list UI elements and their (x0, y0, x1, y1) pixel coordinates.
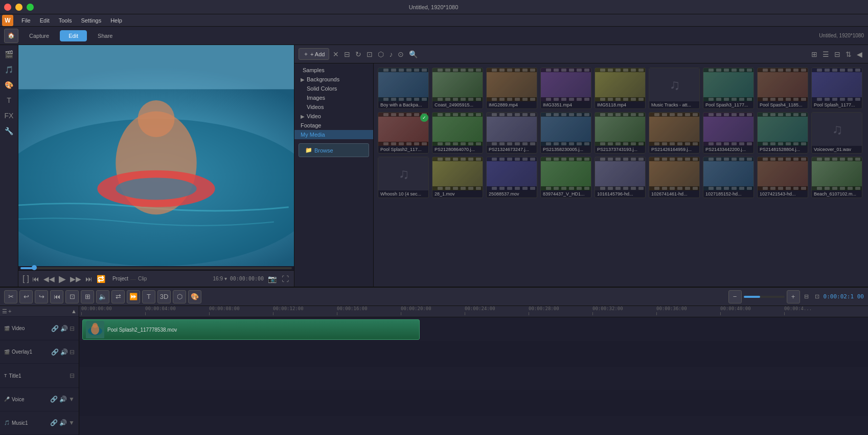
tl-cut-button[interactable]: ✂ (4, 290, 17, 303)
tab-capture[interactable]: Capture (20, 30, 58, 41)
zoom-slider[interactable] (744, 296, 785, 298)
media-item-13[interactable]: PS21358230005.j... (540, 112, 591, 154)
media-item-19[interactable]: ♫Whoosh 10 (4 sec... (378, 157, 429, 198)
media-item-27[interactable]: Beach_6107102.m... (811, 157, 862, 198)
voice-track-expand-icon[interactable]: ▼ (68, 396, 75, 403)
media-item-5[interactable]: IMG5118.mp4 (595, 68, 646, 109)
tl-skip-start-button[interactable]: ⏮ (50, 290, 63, 303)
play-button[interactable]: ▶ (58, 272, 67, 286)
minimize-button[interactable] (15, 4, 22, 11)
music-track-link-icon[interactable]: 🔗 (50, 419, 58, 426)
clip-mode-label[interactable]: Clip (138, 276, 147, 281)
color-icon[interactable]: ⊙ (396, 49, 405, 60)
media-item-22[interactable]: 83974437_V_HD1... (540, 157, 591, 198)
media-item-20[interactable]: 28_1.mov (432, 157, 483, 198)
tree-item-footage[interactable]: Footage (294, 121, 373, 130)
media-item-6[interactable]: ♫Music Tracks - att... (649, 68, 700, 109)
crop-icon[interactable]: ⊡ (365, 49, 374, 60)
zoom-preset2-button[interactable]: ⊡ (813, 293, 821, 300)
prev-frame-button[interactable]: ⏮ (31, 274, 40, 284)
time-out-button[interactable]: ] (27, 274, 29, 284)
media-item-1[interactable]: Boy with a Backpa... (378, 68, 429, 109)
sidebar-color-icon[interactable]: 🎨 (2, 78, 16, 92)
tl-redo-button[interactable]: ↪ (35, 290, 48, 303)
zoom-out-button[interactable]: − (728, 290, 742, 303)
mask-icon[interactable]: ⬡ (376, 49, 385, 60)
view-large-icon[interactable]: ⊟ (833, 49, 842, 60)
panel-toggle-icon[interactable]: ◀ (855, 49, 864, 60)
sidebar-tools-icon[interactable]: 🔧 (2, 124, 16, 138)
snapshot-button[interactable]: 📷 (267, 274, 278, 284)
media-item-8[interactable]: Pool Spash4_1185... (757, 68, 808, 109)
title-track-expand-icon[interactable]: ⊟ (70, 372, 75, 379)
video-track-link-icon[interactable]: 🔗 (51, 325, 59, 332)
video-track-expand-icon[interactable]: ⊟ (70, 325, 75, 332)
tl-color-button[interactable]: 🎨 (188, 290, 201, 303)
tracks-menu-icon[interactable]: ☰ (2, 308, 7, 315)
filter-icon[interactable]: ⊟ (342, 49, 352, 60)
audio-icon[interactable]: ♪ (387, 49, 394, 60)
voice-track-link-icon[interactable]: 🔗 (50, 396, 58, 403)
project-mode-label[interactable]: Project (112, 276, 128, 281)
menu-settings[interactable]: Settings (77, 16, 105, 25)
media-item-4[interactable]: IMG3351.mp4 (540, 68, 591, 109)
view-grid-icon[interactable]: ⊞ (810, 49, 819, 60)
view-list-icon[interactable]: ☰ (821, 49, 831, 60)
media-item-14[interactable]: PS21373743193.j... (595, 112, 646, 154)
sidebar-media-icon[interactable]: 🎬 (2, 47, 16, 61)
fast-forward-button[interactable]: ▶▶ (69, 274, 82, 284)
tab-share[interactable]: Share (89, 30, 121, 41)
home-button[interactable]: 🏠 (4, 29, 18, 43)
media-item-17[interactable]: PS21481528804.j... (757, 112, 808, 154)
preview-seekbar[interactable] (20, 267, 292, 269)
music-track-expand-icon[interactable]: ▼ (68, 419, 75, 426)
media-item-9[interactable]: Pool Splash_1177... (811, 68, 862, 109)
tree-item-videos[interactable]: Videos (294, 102, 373, 112)
video-clip[interactable]: Pool Splash2_117778538.mov (82, 319, 420, 340)
search-icon[interactable]: 🔍 (407, 49, 419, 60)
tree-item-solid-colors[interactable]: Solid Colors (294, 84, 373, 93)
sidebar-audio-icon[interactable]: 🎵 (2, 62, 16, 77)
tl-detach-button[interactable]: 🔈 (96, 290, 109, 303)
media-item-24[interactable]: 1026741461-hd... (649, 157, 700, 198)
preview-seekbar-container[interactable] (18, 266, 294, 270)
browse-button[interactable]: 📁 Browse (299, 143, 369, 157)
voice-track-audio-icon[interactable]: 🔊 (59, 396, 67, 403)
tl-mask-button[interactable]: ⬡ (173, 290, 186, 303)
sort-icon[interactable]: ⇅ (844, 49, 853, 60)
overlay-track-link-icon[interactable]: 🔗 (51, 349, 59, 356)
rewind-button[interactable]: ◀◀ (42, 274, 56, 284)
sidebar-text-icon[interactable]: T (2, 93, 16, 107)
tl-undo-button[interactable]: ↩ (19, 290, 33, 303)
zoom-preset-button[interactable]: ⊟ (802, 293, 811, 300)
tab-edit[interactable]: Edit (60, 30, 87, 41)
menu-tools[interactable]: Tools (55, 16, 76, 25)
seekbar-handle[interactable] (32, 265, 37, 270)
music-track-audio-icon[interactable]: 🔊 (59, 419, 67, 426)
media-item-23[interactable]: 1016145796-hd... (595, 157, 646, 198)
media-item-11[interactable]: PS21280864070.j... (432, 112, 483, 154)
maximize-button[interactable] (27, 4, 34, 11)
close-icon[interactable]: ✕ (331, 49, 340, 60)
tl-text-button[interactable]: T (142, 290, 155, 303)
zoom-in-button[interactable]: + (787, 290, 800, 303)
rotate-icon[interactable]: ↻ (354, 49, 363, 60)
menu-edit[interactable]: Edit (36, 16, 54, 25)
tree-item-backgrounds[interactable]: ▶ Backgrounds (294, 75, 373, 84)
tl-3d-button[interactable]: 3D (157, 290, 171, 303)
media-item-3[interactable]: IMG2889.mp4 (486, 68, 537, 109)
media-item-15[interactable]: PS21426164959.j... (649, 112, 700, 154)
next-frame-button[interactable]: ⏭ (84, 274, 94, 284)
media-item-26[interactable]: 1027421543-hd... (757, 157, 808, 198)
media-item-25[interactable]: 1027185152-hd... (703, 157, 754, 198)
fullscreen-button[interactable]: ⛶ (281, 274, 290, 284)
tl-zoom-full-button[interactable]: ⊞ (81, 290, 94, 303)
overlay-track-audio-icon[interactable]: 🔊 (60, 349, 68, 356)
tree-item-video[interactable]: ▶ Video (294, 112, 373, 121)
tracks-add-icon[interactable]: + (8, 308, 11, 314)
tl-transitions-button[interactable]: ⇄ (111, 290, 125, 303)
tree-item-my-media[interactable]: My Media (294, 130, 373, 139)
tree-item-samples[interactable]: Samples (294, 66, 373, 75)
aspect-ratio-selector[interactable]: 16:9 ▾ (213, 276, 227, 281)
time-in-button[interactable]: [ (22, 274, 25, 284)
